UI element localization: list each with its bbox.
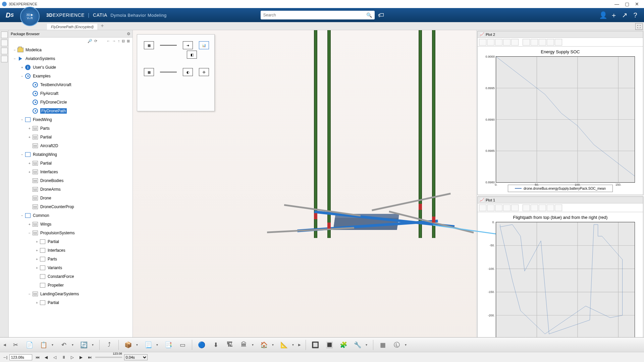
tree-item[interactable]: +Partial bbox=[10, 237, 131, 246]
step-fwd-button[interactable]: ▶ bbox=[78, 354, 85, 360]
plot-tool[interactable] bbox=[555, 39, 562, 46]
tool-1[interactable] bbox=[1, 32, 8, 38]
goto-start-icon[interactable]: →| bbox=[3, 355, 7, 359]
search-field[interactable]: 🔍 bbox=[261, 11, 375, 19]
tree-item[interactable]: +iUser's Guide bbox=[10, 63, 131, 72]
skip-end-button[interactable]: ⏭ bbox=[87, 354, 93, 360]
action-1[interactable]: 🔵 bbox=[196, 339, 208, 351]
tool-4[interactable] bbox=[1, 56, 8, 62]
plot-tool[interactable] bbox=[487, 204, 494, 211]
chevron-right-icon[interactable]: ▶ bbox=[298, 343, 302, 347]
view-1[interactable]: 🔲 bbox=[309, 339, 321, 351]
action-4[interactable]: 🏛 bbox=[238, 339, 250, 351]
tree-item[interactable]: −RotatingWing bbox=[10, 150, 131, 159]
3d-canvas[interactable]: ▦ ➜ 📊 ◧ ▦ ◐ ✣ bbox=[133, 30, 476, 361]
tree-item[interactable]: FlyDronePath bbox=[10, 107, 131, 115]
plot-tool[interactable] bbox=[547, 39, 554, 46]
tree-item[interactable]: DroneArms bbox=[10, 185, 131, 194]
plot-tool[interactable] bbox=[523, 39, 530, 46]
tree-item[interactable]: +Interfaces bbox=[10, 246, 131, 255]
plot-tool[interactable] bbox=[555, 204, 562, 211]
expand-view-button[interactable]: ⛶ bbox=[635, 23, 643, 30]
plot-tool[interactable] bbox=[495, 204, 502, 211]
action-3[interactable]: 🏗 bbox=[224, 339, 236, 351]
plot-1-tab[interactable]: 📈 Plot 1 bbox=[478, 197, 643, 203]
plot-tool[interactable] bbox=[503, 39, 511, 46]
code-button[interactable]: ▭ bbox=[176, 339, 189, 351]
tree-item[interactable]: −Examples bbox=[10, 72, 131, 80]
grid-button[interactable]: ▦ bbox=[377, 339, 389, 351]
maximize-button[interactable]: ▢ bbox=[622, 1, 632, 7]
refresh-button[interactable]: 🔄 bbox=[78, 339, 90, 351]
package-tree[interactable]: −Modelica−AviationSystems+iUser's Guide−… bbox=[9, 44, 132, 361]
view-4[interactable]: 🔧 bbox=[352, 339, 364, 351]
view-2[interactable]: 🔳 bbox=[323, 339, 335, 351]
plot-tool[interactable] bbox=[547, 204, 554, 211]
tree-item[interactable]: +Wings bbox=[10, 220, 131, 229]
nav-back-icon[interactable]: ← bbox=[106, 39, 111, 43]
tree-item[interactable]: −LandingGearSystems bbox=[10, 290, 131, 298]
time-slider[interactable]: 123.08 bbox=[95, 357, 122, 358]
plot-tool[interactable] bbox=[531, 204, 538, 211]
plot-tool[interactable] bbox=[495, 39, 502, 46]
export-button[interactable]: ⤴ bbox=[103, 339, 115, 351]
search-icon[interactable]: 🔍 bbox=[366, 12, 372, 18]
tool-3[interactable] bbox=[1, 48, 8, 54]
params-button[interactable]: 📑 bbox=[162, 339, 174, 351]
nav-up-icon[interactable]: ↑ bbox=[117, 39, 121, 43]
collapse-icon[interactable]: ⊟ bbox=[121, 39, 125, 43]
gear-icon[interactable]: ⚙ bbox=[127, 32, 130, 36]
ds-logo-icon[interactable]: DS bbox=[3, 9, 16, 21]
tree-item[interactable]: ConstantForce bbox=[10, 272, 131, 281]
plot-tool[interactable] bbox=[511, 39, 519, 46]
tree-item[interactable]: +Partial bbox=[10, 159, 131, 168]
undo-button[interactable]: ↶ bbox=[58, 339, 70, 351]
tree-item[interactable]: FlyDroneCircle bbox=[10, 98, 131, 107]
frame-back-button[interactable]: ◁ bbox=[52, 354, 58, 360]
new-tab-button[interactable]: + bbox=[98, 22, 106, 30]
search-input[interactable] bbox=[263, 13, 366, 17]
tree-item[interactable]: −PropulsionSystems bbox=[10, 229, 131, 237]
plot-tool[interactable] bbox=[539, 39, 546, 46]
layers-button[interactable]: Ⓛ bbox=[391, 339, 403, 351]
plot-tool[interactable] bbox=[523, 204, 530, 211]
plot-tool[interactable] bbox=[503, 204, 511, 211]
close-button[interactable]: ✕ bbox=[632, 1, 642, 7]
expand-icon[interactable]: ⊞ bbox=[126, 39, 130, 43]
plot-tool[interactable] bbox=[511, 204, 519, 211]
plot-2-tab[interactable]: 📈 Plot 2 bbox=[478, 31, 643, 38]
pause-button[interactable]: ⏸ bbox=[60, 354, 67, 360]
tree-item[interactable]: TestbenchAircraft bbox=[10, 80, 131, 89]
help-icon[interactable]: ? bbox=[630, 10, 641, 20]
tree-item[interactable]: +Partial bbox=[10, 133, 131, 141]
tree-item[interactable]: DroneCounterProp bbox=[10, 202, 131, 211]
tree-item[interactable]: +Parts bbox=[10, 124, 131, 133]
tree-item[interactable]: Propeller bbox=[10, 281, 131, 290]
add-icon[interactable]: ＋ bbox=[608, 10, 619, 20]
step-select[interactable]: 0.04s bbox=[124, 354, 148, 360]
document-button[interactable]: 📃 bbox=[142, 339, 154, 351]
plot-1-chart[interactable]: [x1.E6] 0.-50.-100.-150.-200.-250.0.000.… bbox=[496, 222, 635, 348]
user-icon[interactable]: 👤 bbox=[598, 10, 608, 20]
tree-item[interactable]: +Interfaces bbox=[10, 168, 131, 176]
filter-icon[interactable]: 🔎 bbox=[87, 39, 93, 43]
chevron-left-icon[interactable]: ◀ bbox=[3, 343, 7, 347]
tree-item[interactable]: FlyAircraft bbox=[10, 89, 131, 98]
tree-item[interactable]: −Common bbox=[10, 211, 131, 220]
tree-item[interactable]: −AviationSystems bbox=[10, 54, 131, 63]
share-icon[interactable]: ↗ bbox=[619, 10, 630, 20]
plot-tool[interactable] bbox=[539, 204, 546, 211]
tree-item[interactable]: −FixedWing bbox=[10, 115, 131, 124]
skip-start-button[interactable]: ⏮ bbox=[34, 354, 41, 360]
tab-flydronepath[interactable]: FlyDronePath (Encrypted) bbox=[47, 24, 98, 30]
step-back-button[interactable]: ◀ bbox=[43, 354, 50, 360]
cut-button[interactable]: ✂ bbox=[9, 339, 21, 351]
tree-item[interactable]: DroneBodies bbox=[10, 176, 131, 185]
plot-2-chart[interactable]: 0.90000.89950.89900.89850.89800.50.100.1… bbox=[496, 56, 635, 183]
tree-item[interactable]: +Variants bbox=[10, 263, 131, 272]
tree-item[interactable]: −Modelica bbox=[10, 46, 131, 54]
minimize-button[interactable]: — bbox=[612, 1, 622, 7]
copy-button[interactable]: 📄 bbox=[23, 339, 36, 351]
plot-tool[interactable] bbox=[487, 39, 494, 46]
diagram-thumbnail[interactable]: ▦ ➜ 📊 ◧ ▦ ◐ ✣ bbox=[137, 34, 215, 111]
